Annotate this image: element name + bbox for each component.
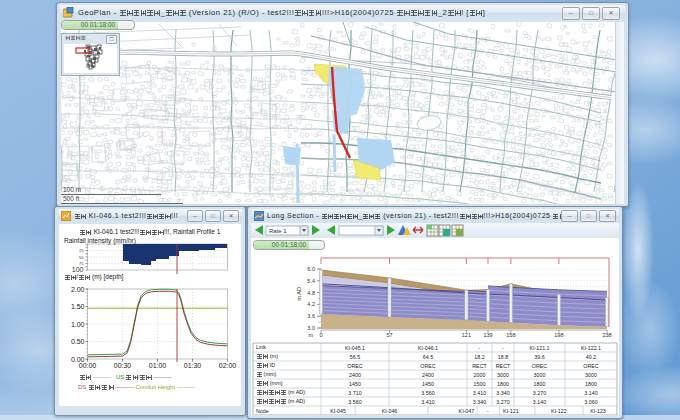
svg-text:KI-046: KI-046 [382, 408, 398, 414]
svg-text:3.270: 3.270 [533, 390, 546, 396]
svg-text:1800: 1800 [585, 381, 597, 387]
svg-text:121: 121 [462, 332, 471, 338]
svg-text:3.140: 3.140 [533, 399, 546, 405]
svg-text:OREC: OREC [532, 363, 547, 369]
svg-text:158: 158 [506, 332, 515, 338]
svg-text:4.2: 4.2 [307, 301, 315, 307]
svg-text:56.5: 56.5 [350, 354, 360, 360]
svg-text:18.2: 18.2 [474, 354, 484, 360]
svg-text:KI-045.1: KI-045.1 [345, 345, 365, 351]
svg-text:-: - [487, 408, 489, 414]
svg-text:KI-047: KI-047 [459, 408, 475, 414]
svg-text:50: 50 [79, 255, 84, 260]
svg-text:3.340: 3.340 [496, 390, 509, 396]
svg-text:1450: 1450 [349, 381, 361, 387]
svg-text:2400: 2400 [349, 372, 361, 378]
svg-text:3000: 3000 [497, 372, 509, 378]
svg-text:2400: 2400 [422, 372, 434, 378]
svg-text:KI-121.1: KI-121.1 [529, 345, 549, 351]
svg-text:18.8: 18.8 [498, 354, 508, 360]
svg-text:3.6: 3.6 [307, 313, 315, 319]
svg-text:m: m [308, 332, 313, 338]
svg-text:3000: 3000 [585, 372, 597, 378]
svg-text:3.410: 3.410 [473, 390, 486, 396]
svg-text:KI-045: KI-045 [330, 408, 346, 414]
svg-text:64.5: 64.5 [423, 354, 433, 360]
svg-text:KI-121: KI-121 [503, 408, 519, 414]
svg-text:139: 139 [483, 332, 492, 338]
svg-text:KI-046.1: KI-046.1 [418, 345, 438, 351]
svg-text:57: 57 [386, 332, 392, 338]
svg-text:1500: 1500 [474, 381, 486, 387]
svg-text:198: 198 [554, 332, 563, 338]
svg-text:00:30: 00:30 [114, 362, 132, 369]
svg-text:KI-122: KI-122 [551, 408, 567, 414]
svg-text:25: 25 [79, 248, 84, 253]
svg-text:OREC: OREC [420, 363, 435, 369]
svg-text:OREC: OREC [583, 363, 598, 369]
svg-text:1.00: 1.00 [71, 321, 85, 328]
svg-text:39.6: 39.6 [534, 354, 544, 360]
svg-text:01:00: 01:00 [149, 362, 167, 369]
svg-text:KI-122.1: KI-122.1 [581, 345, 601, 351]
svg-text:3.140: 3.140 [584, 390, 597, 396]
svg-text:6.0: 6.0 [307, 266, 315, 272]
svg-text:3.0: 3.0 [307, 325, 315, 331]
svg-text:3.410: 3.410 [421, 399, 434, 405]
svg-text:RECT: RECT [496, 363, 511, 369]
svg-text:-: - [502, 345, 504, 351]
svg-text:2.00: 2.00 [71, 286, 85, 293]
svg-text:1800: 1800 [534, 381, 546, 387]
svg-text:RECT: RECT [472, 363, 487, 369]
svg-text:3.270: 3.270 [496, 399, 509, 405]
svg-text:Rate 1: Rate 1 [269, 228, 287, 234]
svg-text:3.060: 3.060 [584, 399, 597, 405]
svg-text:3.560: 3.560 [421, 390, 434, 396]
svg-text:0: 0 [319, 332, 322, 338]
svg-text:5.4: 5.4 [307, 278, 315, 284]
svg-text:02:00: 02:00 [219, 362, 237, 369]
svg-text:01:30: 01:30 [184, 362, 202, 369]
svg-text:100: 100 [72, 266, 84, 273]
svg-text:238: 238 [602, 332, 611, 338]
svg-text:1450: 1450 [422, 381, 434, 387]
svg-text:3.340: 3.340 [473, 399, 486, 405]
svg-text:0.50: 0.50 [71, 338, 85, 345]
svg-text:-: - [479, 345, 481, 351]
svg-text:3000: 3000 [534, 372, 546, 378]
svg-text:40.2: 40.2 [586, 354, 596, 360]
svg-text:00:00: 00:00 [79, 362, 97, 369]
svg-text:KI-123: KI-123 [590, 408, 606, 414]
svg-text:m AD: m AD [296, 287, 302, 300]
svg-text:3.710: 3.710 [348, 390, 361, 396]
svg-text:4.8: 4.8 [307, 290, 315, 296]
svg-text:1800: 1800 [497, 381, 509, 387]
svg-text:Node: Node [256, 408, 269, 414]
svg-text:2000: 2000 [474, 372, 486, 378]
svg-text:OREC: OREC [347, 363, 362, 369]
svg-text:1.50: 1.50 [71, 303, 85, 310]
svg-text:3.560: 3.560 [348, 399, 361, 405]
